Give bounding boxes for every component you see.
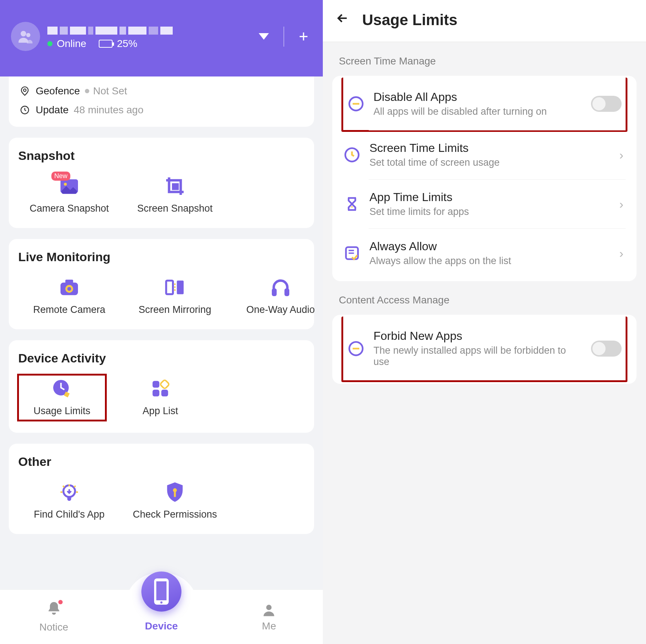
update-label: Update <box>36 104 68 116</box>
back-button[interactable] <box>335 11 350 29</box>
row-title: Always Allow <box>369 240 611 253</box>
svg-point-2 <box>24 89 26 91</box>
row-desc: Set time limits for apps <box>369 206 611 217</box>
geofence-label: Geofence <box>36 85 80 97</box>
svg-rect-13 <box>272 288 277 296</box>
svg-rect-6 <box>172 183 179 190</box>
row-always-allow[interactable]: Always Allow Always allow the apps on th… <box>369 228 626 278</box>
row-disable-all-apps[interactable]: Disable All Apps All apps will be disabl… <box>341 78 627 132</box>
section-title: Snapshot <box>18 149 305 163</box>
svg-point-25 <box>160 601 163 604</box>
geofence-row[interactable]: Geofence Not Set <box>19 82 304 101</box>
svg-rect-18 <box>161 390 168 397</box>
row-desc: All apps will be disabled after turning … <box>373 106 582 117</box>
apps-grid-icon <box>149 377 172 400</box>
device-dropdown-icon[interactable] <box>259 33 269 40</box>
svg-rect-19 <box>160 380 169 389</box>
tile-one-way-audio[interactable]: One-Way Audio <box>230 274 323 317</box>
minus-circle-icon <box>347 340 365 357</box>
row-desc: Always allow the apps on the list <box>369 255 611 267</box>
svg-rect-14 <box>285 288 289 296</box>
toggle-disable-all-apps[interactable] <box>591 96 622 112</box>
chevron-right-icon: › <box>619 148 623 162</box>
online-dot-icon <box>47 41 52 46</box>
chevron-right-icon: › <box>619 197 623 211</box>
header-info: Online 25% <box>47 23 259 50</box>
svg-rect-8 <box>65 280 73 284</box>
tile-label: Find Child's App <box>34 509 105 520</box>
nav-label: Device <box>145 620 178 632</box>
svg-rect-11 <box>166 280 173 294</box>
row-app-time-limits[interactable]: App Time Limits Set time limits for apps… <box>369 179 626 228</box>
divider <box>283 27 284 47</box>
screen-time-card: Disable All Apps All apps will be disabl… <box>332 76 637 281</box>
tile-app-list[interactable]: App List <box>109 375 211 420</box>
row-title: Forbid New Apps <box>373 329 582 343</box>
update-row[interactable]: Update 48 minutes ago <box>19 101 304 119</box>
bottom-nav: Notice Device Me <box>0 589 323 644</box>
content-access-card: Forbid New Apps The newly installed apps… <box>332 315 637 384</box>
svg-rect-12 <box>177 280 184 294</box>
shield-key-icon <box>163 480 187 504</box>
tile-camera-snapshot[interactable]: New Camera Snapshot <box>18 172 120 216</box>
tile-label: One-Way Audio <box>246 304 315 315</box>
row-desc: Set total time of screen usage <box>369 157 611 168</box>
section-title: Live Monitoring <box>18 250 305 264</box>
row-screen-time-limits[interactable]: Screen Time Limits Set total time of scr… <box>369 130 626 179</box>
tile-usage-limits[interactable]: Usage Limits <box>18 375 106 420</box>
new-badge: New <box>51 172 70 181</box>
device-activity-section: Device Activity Usage Limits App List <box>9 340 314 433</box>
list-check-icon <box>343 244 361 262</box>
svg-point-5 <box>64 183 67 186</box>
nav-device-button[interactable] <box>141 572 181 612</box>
row-desc: The newly installed apps will be forbidd… <box>373 345 582 368</box>
toggle-forbid-new-apps[interactable] <box>591 341 622 357</box>
usage-limits-panel: Usage Limits Screen Time Manage Disable … <box>323 0 646 644</box>
online-status: Online <box>57 38 86 50</box>
svg-point-1 <box>26 33 31 37</box>
svg-rect-17 <box>153 390 160 397</box>
device-dashboard: Online 25% + Geofence Not Set <box>0 0 323 644</box>
headphones-icon <box>269 276 292 299</box>
tile-find-childs-app[interactable]: Find Child's App <box>18 478 120 522</box>
minus-circle-icon <box>347 95 365 113</box>
clock-outline-icon <box>343 146 361 164</box>
lightbulb-icon <box>58 480 81 504</box>
tile-label: Check Permissions <box>133 509 217 520</box>
section-title: Other <box>18 455 305 469</box>
location-pin-icon <box>19 86 31 96</box>
live-monitoring-section: Live Monitoring Remote Camera Screen Mir… <box>9 239 314 329</box>
device-name-obscured <box>47 23 259 38</box>
tile-remote-camera[interactable]: Remote Camera <box>18 274 120 317</box>
hourglass-icon <box>343 195 361 213</box>
people-icon <box>17 28 34 45</box>
nav-label: Me <box>262 620 276 632</box>
update-value: 48 minutes ago <box>74 104 143 116</box>
person-icon <box>261 602 277 618</box>
svg-point-10 <box>67 287 71 291</box>
tile-check-permissions[interactable]: Check Permissions <box>124 478 226 522</box>
nav-me[interactable]: Me <box>215 602 323 632</box>
tile-label: Remote Camera <box>33 304 105 315</box>
tile-label: Screen Mirroring <box>138 304 211 315</box>
gray-dot-icon <box>85 89 89 93</box>
notification-dot-icon <box>58 600 63 604</box>
section-title: Device Activity <box>18 351 305 365</box>
page-title: Usage Limits <box>362 11 457 29</box>
row-title: Screen Time Limits <box>369 141 611 155</box>
row-forbid-new-apps[interactable]: Forbid New Apps The newly installed apps… <box>341 317 627 382</box>
clock-icon <box>19 105 31 115</box>
nav-notice[interactable]: Notice <box>0 601 107 633</box>
other-section: Other Find Child's App Check Permissions <box>9 444 314 534</box>
svg-rect-16 <box>153 381 160 388</box>
phone-icon <box>152 577 171 606</box>
row-title: App Time Limits <box>369 191 611 204</box>
avatar[interactable] <box>11 22 40 51</box>
tile-label: Screen Snapshot <box>137 203 212 214</box>
tile-screen-mirroring[interactable]: Screen Mirroring <box>124 274 226 317</box>
add-device-button[interactable]: + <box>299 27 308 46</box>
dashboard-body: Geofence Not Set Update 48 minutes ago S… <box>0 76 323 644</box>
mirror-icon <box>163 276 187 299</box>
tile-screen-snapshot[interactable]: Screen Snapshot <box>124 172 226 216</box>
snapshot-section: Snapshot New Camera Snapshot Screen Snap… <box>9 138 314 228</box>
